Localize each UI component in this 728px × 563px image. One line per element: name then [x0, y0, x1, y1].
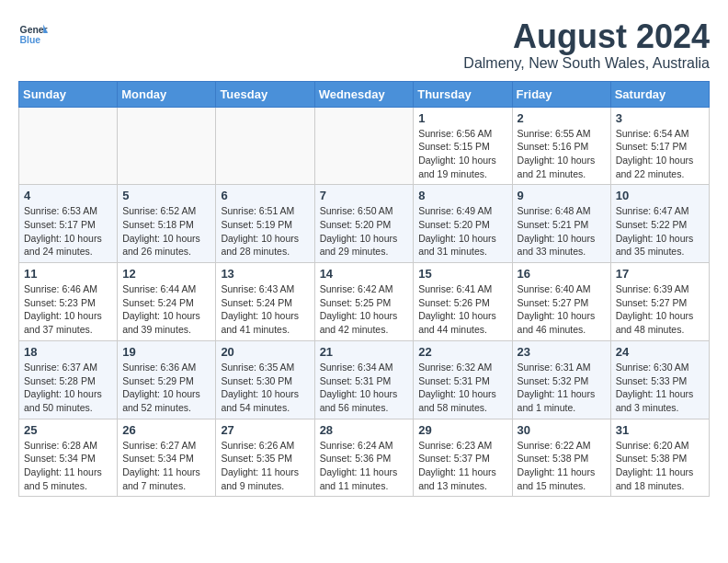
calendar-cell: 7Sunrise: 6:50 AM Sunset: 5:20 PM Daylig… [314, 185, 414, 263]
day-number: 20 [221, 345, 309, 359]
calendar-cell: 4Sunrise: 6:53 AM Sunset: 5:17 PM Daylig… [19, 185, 118, 263]
week-row-3: 11Sunrise: 6:46 AM Sunset: 5:23 PM Dayli… [19, 263, 710, 341]
day-number: 7 [320, 189, 409, 202]
location-subtitle: Dalmeny, New South Wales, Australia [463, 55, 710, 72]
weekday-header-tuesday: Tuesday [216, 81, 314, 107]
calendar-cell: 27Sunrise: 6:26 AM Sunset: 5:35 PM Dayli… [216, 419, 314, 497]
day-number: 22 [418, 345, 506, 359]
day-number: 16 [518, 267, 606, 281]
calendar-cell: 24Sunrise: 6:30 AM Sunset: 5:33 PM Dayli… [610, 340, 709, 419]
day-number: 6 [221, 189, 309, 202]
day-info: Sunrise: 6:47 AM Sunset: 5:22 PM Dayligh… [616, 204, 704, 259]
calendar-cell: 22Sunrise: 6:32 AM Sunset: 5:31 PM Dayli… [414, 340, 512, 419]
day-info: Sunrise: 6:32 AM Sunset: 5:31 PM Dayligh… [418, 361, 506, 415]
day-info: Sunrise: 6:43 AM Sunset: 5:24 PM Dayligh… [221, 282, 309, 337]
week-row-5: 25Sunrise: 6:28 AM Sunset: 5:34 PM Dayli… [19, 419, 710, 497]
page-header: General Blue August 2024 Dalmeny, New So… [18, 18, 710, 72]
calendar-cell: 1Sunrise: 6:56 AM Sunset: 5:15 PM Daylig… [414, 107, 512, 185]
calendar-cell [216, 107, 314, 185]
day-info: Sunrise: 6:50 AM Sunset: 5:20 PM Dayligh… [320, 204, 409, 259]
svg-text:Blue: Blue [20, 35, 41, 45]
calendar-cell: 25Sunrise: 6:28 AM Sunset: 5:34 PM Dayli… [19, 419, 118, 497]
day-number: 2 [518, 111, 606, 125]
calendar-cell: 8Sunrise: 6:49 AM Sunset: 5:20 PM Daylig… [414, 185, 512, 263]
day-info: Sunrise: 6:54 AM Sunset: 5:17 PM Dayligh… [616, 127, 704, 181]
calendar-cell: 30Sunrise: 6:22 AM Sunset: 5:38 PM Dayli… [512, 419, 610, 497]
day-info: Sunrise: 6:40 AM Sunset: 5:27 PM Dayligh… [518, 282, 606, 337]
day-number: 28 [320, 423, 409, 437]
weekday-header-thursday: Thursday [414, 81, 512, 107]
day-info: Sunrise: 6:27 AM Sunset: 5:34 PM Dayligh… [122, 439, 210, 493]
day-number: 1 [418, 111, 506, 125]
day-info: Sunrise: 6:30 AM Sunset: 5:33 PM Dayligh… [616, 361, 704, 415]
weekday-header-friday: Friday [512, 81, 610, 107]
calendar-cell [19, 107, 118, 185]
day-number: 23 [518, 345, 606, 359]
day-info: Sunrise: 6:49 AM Sunset: 5:20 PM Dayligh… [418, 204, 506, 259]
title-block: August 2024 Dalmeny, New South Wales, Au… [463, 18, 710, 72]
day-info: Sunrise: 6:44 AM Sunset: 5:24 PM Dayligh… [122, 282, 210, 337]
day-info: Sunrise: 6:55 AM Sunset: 5:16 PM Dayligh… [518, 127, 606, 181]
calendar-cell: 19Sunrise: 6:36 AM Sunset: 5:29 PM Dayli… [118, 340, 216, 419]
day-number: 4 [24, 189, 112, 202]
day-number: 18 [24, 345, 112, 359]
weekday-header-monday: Monday [118, 81, 216, 107]
month-year-title: August 2024 [463, 18, 710, 55]
day-info: Sunrise: 6:41 AM Sunset: 5:26 PM Dayligh… [418, 282, 506, 337]
weekday-header-row: SundayMondayTuesdayWednesdayThursdayFrid… [19, 81, 710, 107]
calendar-cell: 12Sunrise: 6:44 AM Sunset: 5:24 PM Dayli… [118, 263, 216, 341]
day-number: 29 [418, 423, 506, 437]
calendar-cell: 29Sunrise: 6:23 AM Sunset: 5:37 PM Dayli… [414, 419, 512, 497]
day-info: Sunrise: 6:52 AM Sunset: 5:18 PM Dayligh… [122, 204, 210, 259]
day-info: Sunrise: 6:42 AM Sunset: 5:25 PM Dayligh… [320, 282, 409, 337]
day-info: Sunrise: 6:20 AM Sunset: 5:38 PM Dayligh… [616, 439, 704, 493]
day-number: 12 [122, 267, 210, 281]
calendar-cell: 2Sunrise: 6:55 AM Sunset: 5:16 PM Daylig… [512, 107, 610, 185]
day-number: 30 [518, 423, 606, 437]
day-number: 17 [616, 267, 704, 281]
day-number: 13 [221, 267, 309, 281]
day-number: 11 [24, 267, 112, 281]
day-info: Sunrise: 6:23 AM Sunset: 5:37 PM Dayligh… [418, 439, 506, 493]
calendar-cell: 26Sunrise: 6:27 AM Sunset: 5:34 PM Dayli… [118, 419, 216, 497]
calendar-cell: 20Sunrise: 6:35 AM Sunset: 5:30 PM Dayli… [216, 340, 314, 419]
calendar-cell: 13Sunrise: 6:43 AM Sunset: 5:24 PM Dayli… [216, 263, 314, 341]
day-number: 19 [122, 345, 210, 359]
day-number: 24 [616, 345, 704, 359]
calendar-cell [118, 107, 216, 185]
day-number: 21 [320, 345, 409, 359]
calendar-cell: 10Sunrise: 6:47 AM Sunset: 5:22 PM Dayli… [610, 185, 709, 263]
calendar-cell: 11Sunrise: 6:46 AM Sunset: 5:23 PM Dayli… [19, 263, 118, 341]
day-info: Sunrise: 6:37 AM Sunset: 5:28 PM Dayligh… [24, 361, 112, 415]
calendar-cell: 14Sunrise: 6:42 AM Sunset: 5:25 PM Dayli… [314, 263, 414, 341]
calendar-table: SundayMondayTuesdayWednesdayThursdayFrid… [18, 81, 710, 498]
day-info: Sunrise: 6:46 AM Sunset: 5:23 PM Dayligh… [24, 282, 112, 337]
day-info: Sunrise: 6:51 AM Sunset: 5:19 PM Dayligh… [221, 204, 309, 259]
day-info: Sunrise: 6:34 AM Sunset: 5:31 PM Dayligh… [320, 361, 409, 415]
day-info: Sunrise: 6:39 AM Sunset: 5:27 PM Dayligh… [616, 282, 704, 337]
calendar-cell [314, 107, 414, 185]
calendar-cell: 28Sunrise: 6:24 AM Sunset: 5:36 PM Dayli… [314, 419, 414, 497]
day-info: Sunrise: 6:22 AM Sunset: 5:38 PM Dayligh… [518, 439, 606, 493]
day-info: Sunrise: 6:24 AM Sunset: 5:36 PM Dayligh… [320, 439, 409, 493]
day-number: 25 [24, 423, 112, 437]
logo-icon: General Blue [18, 18, 48, 48]
day-info: Sunrise: 6:35 AM Sunset: 5:30 PM Dayligh… [221, 361, 309, 415]
calendar-cell: 5Sunrise: 6:52 AM Sunset: 5:18 PM Daylig… [118, 185, 216, 263]
weekday-header-wednesday: Wednesday [314, 81, 414, 107]
day-info: Sunrise: 6:48 AM Sunset: 5:21 PM Dayligh… [518, 204, 606, 259]
day-info: Sunrise: 6:56 AM Sunset: 5:15 PM Dayligh… [418, 127, 506, 181]
day-number: 31 [616, 423, 704, 437]
calendar-cell: 3Sunrise: 6:54 AM Sunset: 5:17 PM Daylig… [610, 107, 709, 185]
calendar-cell: 17Sunrise: 6:39 AM Sunset: 5:27 PM Dayli… [610, 263, 709, 341]
day-number: 3 [616, 111, 704, 125]
calendar-cell: 9Sunrise: 6:48 AM Sunset: 5:21 PM Daylig… [512, 185, 610, 263]
day-number: 15 [418, 267, 506, 281]
day-info: Sunrise: 6:31 AM Sunset: 5:32 PM Dayligh… [518, 361, 606, 415]
day-info: Sunrise: 6:28 AM Sunset: 5:34 PM Dayligh… [24, 439, 112, 493]
calendar-cell: 18Sunrise: 6:37 AM Sunset: 5:28 PM Dayli… [19, 340, 118, 419]
logo: General Blue [18, 18, 48, 48]
day-number: 27 [221, 423, 309, 437]
calendar-cell: 31Sunrise: 6:20 AM Sunset: 5:38 PM Dayli… [610, 419, 709, 497]
weekday-header-saturday: Saturday [610, 81, 709, 107]
